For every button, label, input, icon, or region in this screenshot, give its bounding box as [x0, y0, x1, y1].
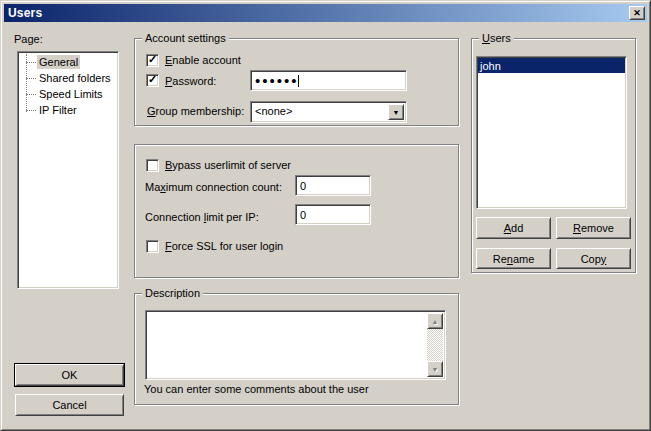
description-group: Description ▲ ▼ You can enter some comme…: [134, 293, 459, 405]
tree-item-label: Speed Limits: [37, 87, 105, 101]
tree-item-speed-limits[interactable]: Speed Limits: [18, 86, 118, 102]
group-membership-value: <none>: [255, 105, 292, 117]
group-membership-label: Group membership:: [147, 105, 244, 117]
force-ssl-label: Force SSL for user login: [165, 240, 283, 252]
account-settings-title: Account settings: [142, 32, 229, 44]
user-list-item[interactable]: john: [478, 58, 625, 73]
password-checkbox[interactable]: ✓: [146, 74, 159, 87]
close-icon: ✕: [633, 9, 641, 18]
users-dialog: Users ✕ Page: General Shared folders Spe…: [0, 0, 651, 431]
tree-item-label: IP Filter: [37, 103, 79, 117]
tree-item-ip-filter[interactable]: IP Filter: [18, 102, 118, 118]
ip-limit-value: 0: [300, 209, 306, 221]
bypass-userlimit-label: Bypass userlimit of server: [165, 159, 291, 171]
ip-limit-label: Connection limit per IP:: [145, 211, 259, 223]
password-label: Password:: [165, 75, 216, 87]
description-scrollbar[interactable]: ▲ ▼: [427, 313, 443, 377]
force-ssl-checkbox[interactable]: [146, 240, 159, 253]
page-label: Page:: [14, 33, 43, 45]
page-tree: General Shared folders Speed Limits IP F…: [17, 51, 119, 289]
copy-button[interactable]: Copy: [556, 248, 631, 269]
description-textarea[interactable]: ▲ ▼: [145, 310, 446, 380]
account-settings-group: Account settings ✓ Enable account ✓ Pass…: [134, 38, 459, 126]
scroll-up-button[interactable]: ▲: [427, 313, 443, 329]
remove-button[interactable]: Remove: [556, 217, 631, 239]
tree-item-shared-folders[interactable]: Shared folders: [18, 70, 118, 86]
tree-item-general[interactable]: General: [18, 54, 118, 70]
enable-account-checkbox[interactable]: ✓: [146, 54, 159, 67]
password-value: ••••••: [255, 76, 299, 86]
description-value: [148, 313, 426, 377]
description-hint: You can enter some comments about the us…: [144, 383, 369, 395]
max-connections-label: Maximum connection count:: [145, 181, 282, 193]
window-title: Users: [8, 6, 42, 20]
dropdown-button[interactable]: ▼: [388, 104, 404, 120]
ok-button[interactable]: OK: [15, 364, 124, 386]
tree-item-label: General: [37, 55, 80, 69]
rename-button[interactable]: Rename: [476, 248, 551, 269]
enable-account-label: Enable account: [165, 54, 241, 66]
cancel-button[interactable]: Cancel: [15, 394, 124, 416]
max-connections-input[interactable]: 0: [295, 175, 371, 196]
titlebar: Users ✕: [4, 4, 647, 22]
ip-limit-input[interactable]: 0: [295, 204, 371, 225]
close-button[interactable]: ✕: [629, 6, 645, 20]
scroll-down-button[interactable]: ▼: [427, 361, 443, 377]
users-group-title: Users: [479, 32, 514, 44]
chevron-down-icon: ▼: [393, 109, 400, 116]
password-input[interactable]: ••••••: [250, 70, 407, 91]
users-group: Users john Add Remove Rename Copy: [471, 38, 636, 273]
tree-item-label: Shared folders: [37, 71, 113, 85]
users-listbox: john: [476, 56, 627, 209]
checkmark-icon: ✓: [148, 54, 157, 65]
max-connections-value: 0: [300, 180, 306, 192]
limits-group: Bypass userlimit of server Maximum conne…: [134, 144, 459, 278]
bypass-userlimit-checkbox[interactable]: [146, 159, 159, 172]
description-title: Description: [142, 287, 203, 299]
group-membership-select[interactable]: <none> ▼: [250, 101, 407, 123]
checkmark-icon: ✓: [148, 74, 157, 85]
add-button[interactable]: Add: [476, 217, 551, 239]
text-caret: [298, 75, 299, 87]
arrow-down-icon: ▼: [432, 366, 439, 373]
user-name: john: [480, 60, 501, 72]
arrow-up-icon: ▲: [432, 318, 439, 325]
